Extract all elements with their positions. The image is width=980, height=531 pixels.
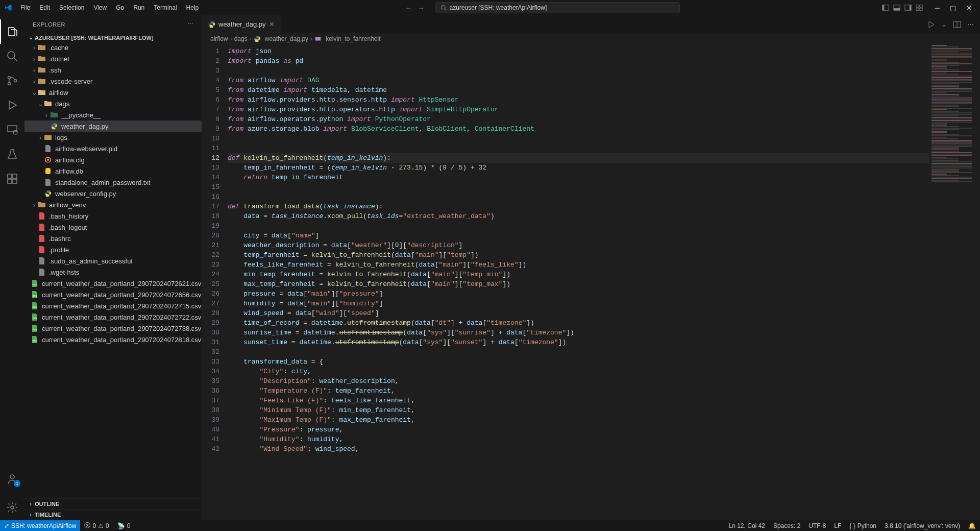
- tree-item-weather-dag-py[interactable]: weather_dag.py: [24, 120, 202, 132]
- notifications-icon[interactable]: 🔔: [964, 522, 980, 529]
- tree-item-airflow-db[interactable]: airflow.db: [24, 165, 202, 177]
- command-center[interactable]: azureuser [SSH: weatherApiAirflow]: [435, 2, 680, 13]
- svg-point-0: [441, 6, 445, 10]
- workspace-header[interactable]: ⌄ AZUREUSER [SSH: WEATHERAPIAIRFLOW]: [24, 33, 202, 42]
- layout-sidebar-left-icon[interactable]: [882, 4, 889, 11]
- search-panel-icon[interactable]: [0, 44, 24, 68]
- tree-item-current-weather-data-portland-29072024072656-csv[interactable]: csvcurrent_weather_data_portland_2907202…: [24, 289, 202, 300]
- layout-sidebar-right-icon[interactable]: [904, 4, 912, 11]
- sidebar: EXPLORER ⋯ ⌄ AZUREUSER [SSH: WEATHERAPIA…: [24, 15, 202, 520]
- tab-weather-dag[interactable]: weather_dag.py ✕: [202, 15, 281, 33]
- tree-item-logs[interactable]: ›logs: [24, 132, 202, 143]
- tree-item-airflow-venv[interactable]: ›airflow_venv: [24, 199, 202, 210]
- problems-indicator[interactable]: ⓧ0 ⚠0: [80, 521, 113, 530]
- editor-more-icon[interactable]: ⋯: [967, 20, 974, 28]
- csv-icon: csv: [31, 279, 39, 287]
- menu-selection[interactable]: Selection: [55, 2, 88, 13]
- tree-item-current-weather-data-portland-29072024072621-csv[interactable]: csvcurrent_weather_data_portland_2907202…: [24, 278, 202, 289]
- tree-item--wget-hsts[interactable]: .wget-hsts: [24, 267, 202, 278]
- menu-terminal[interactable]: Terminal: [150, 2, 181, 13]
- chevron-right-icon: ›: [31, 44, 38, 52]
- settings-gear-icon[interactable]: [0, 495, 24, 520]
- folder-icon: [38, 55, 46, 63]
- tree-item--bash-history[interactable]: .bash_history: [24, 210, 202, 222]
- breadcrumb-item[interactable]: kelvin_to_fahrenheit: [326, 35, 380, 42]
- file-tree: ›.cache›.dotnet›.ssh›.vscode-server⌄airf…: [24, 42, 202, 498]
- tree-item--bash-logout[interactable]: .bash_logout: [24, 222, 202, 233]
- menu-run[interactable]: Run: [129, 2, 149, 13]
- encoding[interactable]: UTF-8: [804, 522, 830, 529]
- minimize-button[interactable]: ─: [931, 2, 944, 14]
- svg-point-16: [14, 80, 17, 82]
- file-icon: [38, 257, 46, 265]
- menu-edit[interactable]: Edit: [35, 2, 54, 13]
- breadcrumb-item[interactable]: weather_dag.py: [265, 35, 308, 42]
- tree-item-current-weather-data-portland-29072024072818-csv[interactable]: csvcurrent_weather_data_portland_2907202…: [24, 334, 202, 345]
- nav-back-icon[interactable]: ←: [405, 4, 412, 12]
- menu-file[interactable]: File: [16, 2, 34, 13]
- split-editor-icon[interactable]: [953, 20, 961, 29]
- layout-panel-icon[interactable]: [893, 4, 900, 11]
- tree-item---pycache--[interactable]: ›__pycache__: [24, 109, 202, 120]
- run-debug-icon[interactable]: [0, 93, 24, 117]
- timeline-section[interactable]: › TIMELINE: [24, 509, 202, 520]
- tree-item-current-weather-data-portland-29072024072715-csv[interactable]: csvcurrent_weather_data_portland_2907202…: [24, 300, 202, 311]
- sidebar-more-icon[interactable]: ⋯: [188, 21, 194, 28]
- extensions-icon[interactable]: [0, 166, 24, 191]
- cursor-position[interactable]: Ln 12, Col 42: [725, 522, 769, 529]
- maximize-button[interactable]: ▢: [946, 2, 960, 14]
- outline-section[interactable]: › OUTLINE: [24, 498, 202, 509]
- menu-go[interactable]: Go: [112, 2, 128, 13]
- tree-item-dags[interactable]: ⌄dags: [24, 98, 202, 109]
- breadcrumb[interactable]: airflow›dags›weather_dag.py›kelvin_to_fa…: [202, 33, 980, 44]
- breadcrumb-item[interactable]: dags: [234, 35, 248, 42]
- chevron-down-icon: ⌄: [31, 89, 38, 96]
- file-icon: [38, 268, 46, 276]
- run-dropdown-icon[interactable]: ⌄: [941, 20, 947, 28]
- tree-item-webserver-config-py[interactable]: webserver_config.py: [24, 188, 202, 199]
- tree-item-airflow[interactable]: ⌄airflow: [24, 87, 202, 98]
- close-button[interactable]: ✕: [962, 2, 976, 14]
- tree-item-current-weather-data-portland-29072024072738-csv[interactable]: csvcurrent_weather_data_portland_2907202…: [24, 323, 202, 334]
- minimap[interactable]: [929, 44, 980, 520]
- tree-item-airflow-webserver-pid[interactable]: airflow-webserver.pid: [24, 143, 202, 154]
- tree-item--dotnet[interactable]: ›.dotnet: [24, 53, 202, 64]
- remote-icon: ⤢: [4, 522, 9, 529]
- indentation[interactable]: Spaces: 2: [769, 522, 804, 529]
- code-editor[interactable]: import jsonimport pandas as pd from airf…: [228, 44, 929, 520]
- svg-line-1: [445, 9, 446, 10]
- tree-item--cache[interactable]: ›.cache: [24, 42, 202, 53]
- tree-item--vscode-server[interactable]: ›.vscode-server: [24, 76, 202, 87]
- tree-item--ssh[interactable]: ›.ssh: [24, 64, 202, 76]
- tree-item-label: current_weather_data_portland_2907202407…: [42, 302, 201, 310]
- tree-item--bashrc[interactable]: .bashrc: [24, 233, 202, 244]
- testing-icon[interactable]: [0, 142, 24, 166]
- tree-item--profile[interactable]: .profile: [24, 244, 202, 255]
- remote-indicator[interactable]: ⤢ SSH: weatherApiAirflow: [0, 520, 80, 531]
- remote-explorer-icon[interactable]: [0, 117, 24, 142]
- folder-icon: [38, 88, 46, 96]
- run-file-icon[interactable]: [927, 20, 935, 29]
- python-file-icon: [208, 21, 215, 28]
- explorer-icon[interactable]: [0, 19, 24, 44]
- accounts-badge: 1: [14, 480, 20, 487]
- accounts-icon[interactable]: 1: [0, 467, 24, 491]
- tree-item-label: dags: [55, 100, 69, 108]
- source-control-icon[interactable]: [0, 68, 24, 93]
- tree-item-airflow-cfg[interactable]: airflow.cfg: [24, 154, 202, 165]
- python-interpreter[interactable]: 3.8.10 ('airflow_venv': venv): [880, 522, 964, 529]
- tree-item--sudo-as-admin-successful[interactable]: .sudo_as_admin_successful: [24, 255, 202, 267]
- breadcrumb-item[interactable]: airflow: [210, 35, 228, 42]
- tree-item-current-weather-data-portland-29072024072722-csv[interactable]: csvcurrent_weather_data_portland_2907202…: [24, 311, 202, 323]
- main-menu: FileEditSelectionViewGoRunTerminalHelp: [16, 2, 203, 13]
- ports-indicator[interactable]: 📡0: [113, 522, 135, 529]
- tree-item-standalone-admin-password-txt[interactable]: standalone_admin_password.txt: [24, 177, 202, 188]
- menu-help[interactable]: Help: [182, 2, 203, 13]
- nav-forward-icon[interactable]: →: [418, 4, 425, 12]
- tab-filename: weather_dag.py: [218, 20, 266, 28]
- menu-view[interactable]: View: [89, 2, 111, 13]
- tab-close-icon[interactable]: ✕: [269, 20, 275, 28]
- layout-customize-icon[interactable]: [916, 4, 923, 11]
- eol[interactable]: LF: [830, 522, 845, 529]
- language-mode[interactable]: { } Python: [845, 522, 880, 529]
